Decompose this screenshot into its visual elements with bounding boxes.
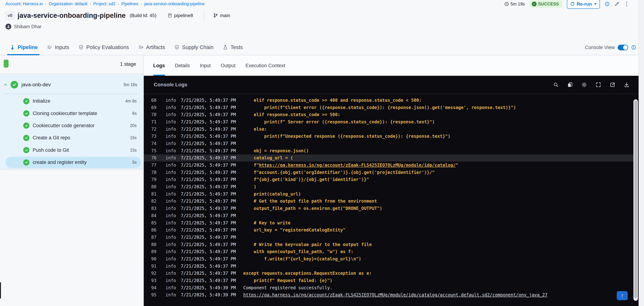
log-line-number: 81	[148, 191, 156, 197]
collapsed-drawer-handle[interactable]	[0, 282, 1, 298]
log-level: info	[166, 98, 176, 103]
scroll-to-top-button[interactable]: ↑	[617, 291, 628, 300]
edit-pencil-icon[interactable]	[614, 2, 620, 7]
console-toolbar-icon[interactable]	[567, 82, 573, 88]
log-text: except requests.exceptions.RequestExcept…	[243, 271, 372, 276]
step-row[interactable]: create and register entity 5s	[0, 156, 143, 168]
log-level: info	[166, 227, 176, 233]
main-tab[interactable]: Tests	[222, 40, 243, 55]
log-timestamp: 7/21/2025, 5:49:37 PM	[181, 98, 243, 103]
log-link[interactable]: https://qa.harness.io/ng/account/zEaak-F…	[243, 292, 548, 297]
main-tab[interactable]: Pipeline	[10, 40, 38, 55]
console-view-info-icon[interactable]	[631, 45, 636, 50]
log-timestamp: 7/21/2025, 5:49:37 PM	[181, 220, 243, 225]
step-row[interactable]: Create a Git repo 15s	[0, 132, 143, 144]
breadcrumb-link[interactable]: Account: Harness.io	[6, 2, 43, 6]
step-label: create and register entity	[33, 160, 86, 165]
log-level: info	[166, 213, 176, 218]
step-duration: 6s	[132, 111, 137, 116]
log-line: 76info7/21/2025, 5:49:37 PM catalog_url …	[144, 154, 634, 162]
stage-count: 1 stage	[120, 61, 136, 67]
log-message: f"{obj.get('kind')}/{obj.get('identifier…	[243, 177, 369, 182]
breadcrumb-link[interactable]: java-service-onboarding-pipeline	[144, 2, 204, 6]
log-level: info	[166, 148, 176, 153]
more-options-icon[interactable]	[624, 1, 629, 7]
breadcrumb-item: Project: sd2 ›	[93, 2, 121, 6]
log-line: 89info7/21/2025, 5:49:37 PM with open(ou…	[144, 248, 638, 255]
chevron-up-icon[interactable]	[3, 82, 8, 87]
stage-minimap-chip[interactable]	[4, 60, 8, 68]
detail-tab[interactable]: Execution Context	[246, 56, 285, 76]
console-toolbar-icon[interactable]	[596, 82, 601, 88]
log-line: 88info7/21/2025, 5:49:37 PM # Write the …	[144, 241, 638, 248]
main-tab[interactable]: Artifacts	[138, 40, 165, 55]
log-line: 95info7/21/2025, 5:49:39 PMhttps://qa.ha…	[144, 291, 638, 299]
log-line-number: 80	[148, 184, 156, 189]
breadcrumb-link[interactable]: Project: sd2	[93, 2, 115, 6]
log-message: catalog_url = (	[243, 155, 293, 160]
step-row[interactable]: Push code to Git 15s	[0, 144, 143, 156]
rerun-button[interactable]: Re-run	[567, 0, 600, 9]
step-duration: 15s	[130, 135, 137, 140]
log-timestamp: 7/21/2025, 5:49:37 PM	[181, 177, 243, 182]
step-row[interactable]: Cloning cookiecutter template 6s	[0, 107, 143, 119]
main-tab[interactable]: Supply Chain	[174, 40, 214, 55]
tab-label: Pipeline	[18, 44, 38, 50]
log-text: print(f"Unexpected response ({response.s…	[243, 134, 450, 139]
detail-tab-label: Details	[175, 63, 190, 69]
info-icon[interactable]	[604, 2, 610, 7]
log-line: 74info7/21/2025, 5:49:37 PM	[144, 140, 638, 147]
log-line-number: 70	[148, 112, 156, 117]
content: 1 stage java-onb-dev 5m 16s Initialize	[0, 56, 644, 306]
detail-tab[interactable]: Logs	[153, 56, 165, 76]
console-toolbar-icon[interactable]	[553, 82, 559, 88]
tab-label: Artifacts	[146, 44, 165, 50]
console-toolbar-icon[interactable]	[610, 82, 615, 88]
main-tab[interactable]: Inputs	[47, 40, 69, 55]
log-link[interactable]: https://qa.harness.io/ng/account/zEaak-F…	[259, 163, 456, 168]
log-line-number: 77	[148, 163, 156, 168]
detail-tab[interactable]: Output	[221, 56, 236, 76]
console-toolbar-icon[interactable]	[624, 82, 630, 88]
log-line: 72info7/21/2025, 5:49:37 PM else:	[144, 126, 638, 133]
breadcrumb-link[interactable]: Pipelines	[122, 2, 138, 6]
step-row[interactable]: Initialize 4m 8s	[0, 95, 143, 107]
log-text: else:	[243, 127, 267, 132]
log-line-number: 79	[148, 177, 156, 182]
log-level: info	[166, 141, 176, 146]
step-success-icon	[23, 110, 30, 117]
log-level: info	[166, 206, 176, 211]
author-row: Shibam Dhar	[6, 24, 42, 30]
step-row[interactable]: Cookiecutter code generator 20s	[0, 120, 143, 132]
breadcrumb-link[interactable]: Organization: default	[49, 2, 87, 6]
console-scrollbar-thumb[interactable]	[634, 100, 637, 298]
pipeline-tag-label: pipeline8	[174, 13, 193, 18]
author-name: Shibam Dhar	[14, 24, 42, 30]
detail-tab[interactable]: Details	[175, 56, 190, 76]
tab-label: Inputs	[55, 44, 69, 50]
console-view-toggle[interactable]	[618, 45, 628, 50]
breadcrumb-item: Pipelines ›	[122, 2, 144, 6]
page-scrollbar[interactable]	[638, 0, 644, 306]
stage-sidebar: 1 stage java-onb-dev 5m 16s Initialize	[0, 56, 144, 306]
tab-icon	[174, 45, 180, 50]
page-title: java-service-onboarding-pipeline	[18, 12, 126, 20]
stage-row[interactable]: java-onb-dev 5m 16s	[0, 78, 143, 92]
log-level: info	[166, 155, 176, 160]
log-line: 90info7/21/2025, 5:49:37 PM f.write(f"{u…	[144, 255, 638, 262]
console-toolbar-icon[interactable]	[582, 82, 587, 88]
log-line: 79info7/21/2025, 5:49:37 PM f"{obj.get('…	[144, 176, 638, 183]
log-message: elif response.status_code >= 400 and res…	[243, 98, 422, 103]
log-timestamp: 7/21/2025, 5:49:37 PM	[181, 271, 243, 276]
log-text: f"	[243, 163, 259, 168]
rerun-label: Re-run	[577, 1, 592, 7]
step-success-icon	[23, 135, 30, 141]
detail-tab[interactable]: Input	[200, 56, 211, 76]
tab-icon	[222, 45, 228, 50]
main-tab[interactable]: Policy Evaluations	[78, 40, 129, 55]
console-title: Console Logs	[154, 82, 187, 88]
detail-tab-bar: Logs Details Input Output Ex	[144, 56, 644, 76]
log-timestamp: 7/21/2025, 5:49:37 PM	[181, 235, 243, 240]
console-scrollbar[interactable]	[634, 99, 638, 301]
log-line-number: 75	[148, 148, 156, 153]
